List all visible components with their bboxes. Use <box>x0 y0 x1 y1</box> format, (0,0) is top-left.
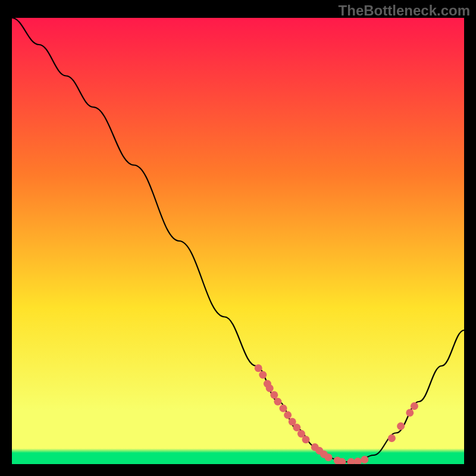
watermark-text: TheBottleneck.com <box>339 2 470 19</box>
data-point <box>302 436 310 443</box>
data-point <box>259 371 267 379</box>
chart-container: TheBottleneck.com <box>0 0 476 476</box>
plot-area <box>12 18 464 464</box>
data-point <box>293 424 300 431</box>
data-point <box>266 384 274 392</box>
data-point <box>388 434 396 442</box>
data-point <box>361 456 368 464</box>
data-point <box>397 422 405 430</box>
data-point <box>406 409 414 416</box>
data-point <box>270 391 278 399</box>
data-point <box>255 364 262 372</box>
data-point <box>280 405 287 412</box>
chart-svg <box>12 18 464 464</box>
data-point <box>274 398 281 406</box>
gradient-background <box>12 18 464 464</box>
data-point <box>325 453 333 461</box>
data-point <box>284 411 292 419</box>
data-point <box>411 402 418 410</box>
